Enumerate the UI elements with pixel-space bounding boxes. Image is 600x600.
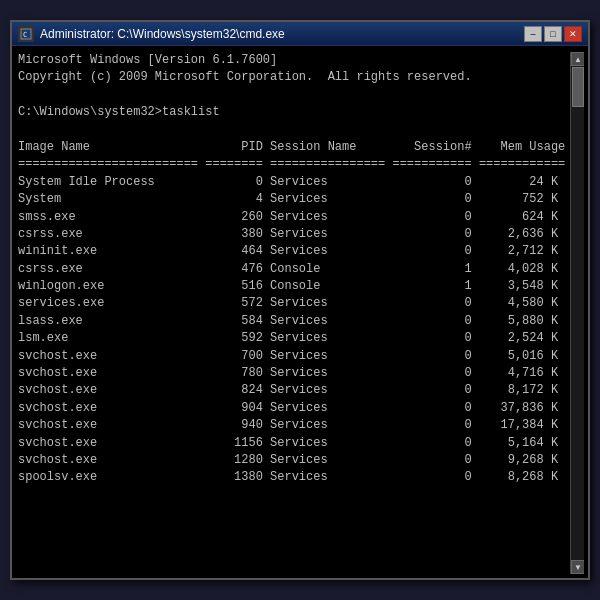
- scrollbar[interactable]: ▲ ▼: [570, 52, 584, 574]
- window-controls: – □ ✕: [524, 26, 582, 42]
- minimize-button[interactable]: –: [524, 26, 542, 42]
- close-button[interactable]: ✕: [564, 26, 582, 42]
- cmd-window: C Administrator: C:\Windows\system32\cmd…: [10, 20, 590, 580]
- svg-text:C: C: [23, 31, 27, 39]
- scroll-up-arrow[interactable]: ▲: [571, 52, 584, 66]
- console-body: Microsoft Windows [Version 6.1.7600] Cop…: [12, 46, 588, 578]
- maximize-button[interactable]: □: [544, 26, 562, 42]
- scrollbar-thumb[interactable]: [572, 67, 584, 107]
- titlebar: C Administrator: C:\Windows\system32\cmd…: [12, 22, 588, 46]
- window-icon: C: [18, 26, 34, 42]
- scrollbar-track[interactable]: [571, 66, 584, 560]
- console-output: Microsoft Windows [Version 6.1.7600] Cop…: [18, 52, 570, 574]
- window-title: Administrator: C:\Windows\system32\cmd.e…: [40, 27, 524, 41]
- scroll-down-arrow[interactable]: ▼: [571, 560, 584, 574]
